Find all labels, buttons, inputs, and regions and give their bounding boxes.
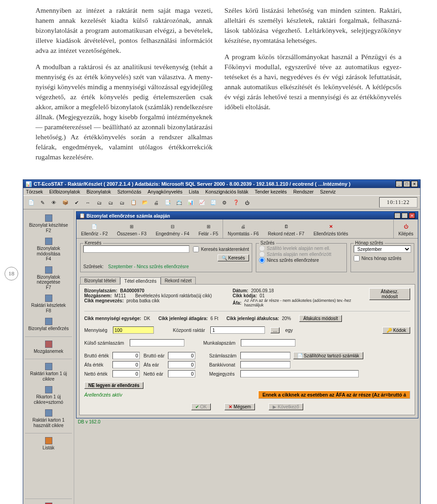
footer-alert: Ennek a cikknek az esetében az ÁFA az ár… bbox=[258, 391, 410, 399]
tb-rekord[interactable]: 🗓Rekord nézet - F7 bbox=[264, 219, 309, 238]
toolbar-icon[interactable]: ✔ bbox=[71, 198, 81, 208]
tb-nyomtatas[interactable]: 🖨Nyomtatás - F6 bbox=[223, 219, 263, 238]
menu-item[interactable]: Bizonylatok bbox=[86, 189, 111, 194]
search-button[interactable]: 🔍 Keresés bbox=[218, 255, 249, 261]
dlg-close[interactable]: × bbox=[409, 213, 415, 219]
label: Áfa eár bbox=[143, 362, 164, 367]
filter-opt3[interactable]: Nincs szűrés ellenőrzésre bbox=[259, 257, 344, 263]
menu-item[interactable]: Konszignációs listák bbox=[205, 189, 249, 194]
value: 01 bbox=[259, 293, 264, 298]
sidebar-exit[interactable]: Kilépés a programból bbox=[25, 499, 72, 504]
megjegyzes-input[interactable] bbox=[240, 370, 359, 377]
tb-kilepes[interactable]: ⏻Kilépés bbox=[393, 219, 418, 238]
szamlaszam-input[interactable] bbox=[240, 352, 290, 359]
card-icon bbox=[45, 363, 52, 370]
search-input[interactable] bbox=[83, 245, 189, 253]
dialog-window: 📋 Bizonylat ellenőrzése számla alapján _… bbox=[76, 211, 418, 418]
tb-felar[interactable]: ⊞Felár - F5 bbox=[194, 219, 223, 238]
sidebar-item[interactable]: Bizonylat készítéseF2 bbox=[25, 213, 72, 234]
tab-tetelei[interactable]: Bizonylat tételei bbox=[80, 277, 120, 284]
tb-torles[interactable]: ✕Ellenőrizés törlés bbox=[309, 219, 353, 238]
tab-ellenorzes[interactable]: Tétel ellenőrzés bbox=[120, 277, 161, 285]
bankkivonat-input[interactable] bbox=[240, 361, 290, 368]
toolbar-icon[interactable]: 📇 bbox=[174, 198, 184, 208]
no-month-filter[interactable]: Nincs hónap szűrés bbox=[354, 255, 411, 261]
brutto-ear-input[interactable] bbox=[168, 352, 195, 359]
label: Mozgásnem: bbox=[84, 293, 112, 298]
kulso-szamla-input[interactable] bbox=[130, 339, 184, 346]
dlg-maximize[interactable]: □ bbox=[401, 213, 408, 219]
toolbar-icon[interactable]: ❓ bbox=[231, 198, 241, 208]
sidebar-item[interactable]: Listák bbox=[25, 433, 72, 452]
toolbar-icon[interactable]: 🗂 bbox=[117, 198, 127, 208]
sidebar-item[interactable]: Mozgásnemek bbox=[25, 336, 72, 356]
tb-osszesen[interactable]: ⊞Összesen - F3 bbox=[112, 219, 151, 238]
szallito-szamlak-button[interactable]: 📄 Szállítóhoz tartozó számlák bbox=[293, 352, 364, 359]
minimize-button[interactable]: _ bbox=[396, 181, 402, 187]
dlg-minimize[interactable]: _ bbox=[394, 213, 401, 219]
month-select[interactable]: Szeptember bbox=[354, 245, 411, 253]
label: Áfa érték bbox=[84, 362, 109, 367]
sidebar-item[interactable]: Bizonylatok nézegetéseF7 bbox=[25, 265, 72, 292]
label: Cikk megnevezés: bbox=[84, 298, 124, 303]
toolbar-icon[interactable]: ✎ bbox=[37, 198, 47, 208]
sidebar-item[interactable]: Bizonylat ellenőrzés bbox=[25, 316, 72, 333]
menu-item[interactable]: Lista bbox=[189, 189, 199, 194]
kodok-button[interactable]: 🔑 Kódok bbox=[382, 327, 410, 334]
toolbar-icon[interactable]: 📋 bbox=[128, 198, 138, 208]
afa-ear-input[interactable] bbox=[168, 361, 195, 368]
toolbar-icon[interactable]: 🖨 bbox=[151, 198, 161, 208]
afa-ertek-input[interactable] bbox=[112, 361, 140, 368]
raktar-input[interactable] bbox=[210, 326, 265, 334]
toolbar-icon[interactable]: 👁 bbox=[49, 198, 59, 208]
filter-opt1[interactable]: Szállító levelek alapján nem ell. bbox=[259, 245, 344, 251]
toolbar-icon[interactable]: ↔ bbox=[83, 198, 93, 208]
toolbar-icon[interactable]: ⏻ bbox=[242, 198, 252, 208]
cancel-button[interactable]: ✕ Mégsem bbox=[224, 403, 255, 410]
netto-ertek-input[interactable] bbox=[112, 370, 140, 377]
munkalap-input[interactable] bbox=[241, 339, 295, 346]
menu-item[interactable]: Sztornózás bbox=[117, 189, 142, 194]
toolbar-icon[interactable]: 🧾 bbox=[208, 198, 218, 208]
menu-item[interactable]: Anyagkönyvelés bbox=[147, 189, 182, 194]
filter-group: Szűrés Szállító levelek alapján nem ell.… bbox=[256, 243, 347, 272]
toolbar-icon[interactable]: ⚙ bbox=[219, 198, 229, 208]
menu-item[interactable]: Tender kezelés bbox=[255, 189, 287, 194]
tb-ellenoriz[interactable]: 📄Ellenőriz - F2 bbox=[76, 219, 112, 238]
menu-item[interactable]: Rendszer bbox=[293, 189, 314, 194]
dialog-icon: 📋 bbox=[79, 213, 85, 219]
charwise-checkbox[interactable]: Keresés karakterenként bbox=[193, 246, 249, 252]
sidebar-item[interactable]: Raktári karton 1 használt cikkre bbox=[25, 408, 72, 429]
menu-item[interactable]: Törzsek bbox=[26, 189, 43, 194]
toolbar-icon[interactable]: 📂 bbox=[140, 198, 150, 208]
close-button[interactable]: × bbox=[411, 181, 418, 187]
sidebar-item[interactable]: Raktári készletekF8 bbox=[25, 293, 72, 315]
sidebar-item[interactable]: Raktári karton 1 új cikkre bbox=[25, 359, 72, 383]
edit-icon bbox=[45, 238, 52, 245]
toolbar-icon[interactable]: 🗂 bbox=[94, 198, 104, 208]
menu-item[interactable]: Szerviz bbox=[320, 189, 335, 194]
brutto-ertek-input[interactable] bbox=[112, 352, 140, 359]
sidebar-item[interactable]: Rkarton 1 új cikkre+sztornó bbox=[25, 385, 72, 406]
toolbar-icon[interactable]: 📊 bbox=[185, 198, 195, 208]
paragraph: A modulban a raktárosi és az analitikusi… bbox=[36, 62, 213, 162]
afabesz-modosit-button[interactable]: Áfabesz. módosít bbox=[369, 288, 410, 300]
netto-ear-input[interactable] bbox=[168, 370, 195, 377]
ne-legyen-button[interactable]: NE legyen ár ellenőrzés bbox=[84, 382, 143, 389]
tab-rekord[interactable]: Rekord nézet bbox=[161, 277, 196, 284]
label: Számlaszám bbox=[209, 353, 236, 358]
mennyiseg-input[interactable] bbox=[113, 326, 154, 334]
document-body: Amennyiben az intézet a raktárát nem saj… bbox=[0, 0, 437, 171]
filter-opt2[interactable]: Számla alapján nem ellenőrizött bbox=[259, 251, 344, 257]
toolbar-icon[interactable]: 📄 bbox=[26, 198, 36, 208]
toolbar-icon[interactable]: 🗂 bbox=[106, 198, 116, 208]
sidebar-item[interactable]: Bizonylatok módosításaF4 bbox=[25, 236, 72, 263]
raktar-lookup[interactable]: … bbox=[270, 327, 279, 333]
toolbar-icon[interactable]: 📈 bbox=[197, 198, 207, 208]
toolbar-icon[interactable]: 📑 bbox=[163, 198, 173, 208]
afakulcs-modosit-button[interactable]: Áfakulcs módosít bbox=[299, 315, 342, 322]
tb-engedmeny[interactable]: ⊟Engedmény - F4 bbox=[151, 219, 194, 238]
maximize-button[interactable]: □ bbox=[403, 181, 410, 187]
toolbar-icon[interactable]: 📦 bbox=[60, 198, 70, 208]
menu-item[interactable]: Előbizonylatok bbox=[49, 189, 80, 194]
